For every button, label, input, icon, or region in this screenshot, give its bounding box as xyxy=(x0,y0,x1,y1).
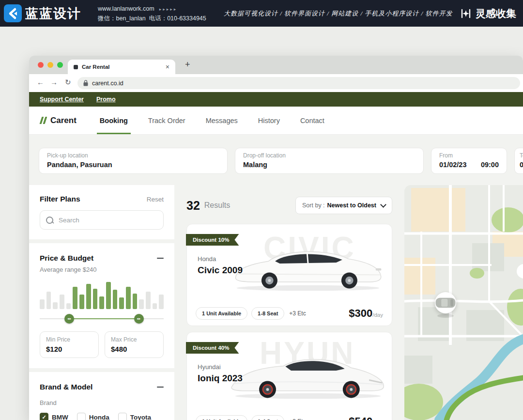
slider-handle-min[interactable]: ◂▸ xyxy=(64,314,74,324)
histogram-bar xyxy=(86,284,91,309)
banner-website: www.lanlanwork.com xyxy=(98,5,154,12)
new-tab-button[interactable]: + xyxy=(185,60,190,70)
minimize-window-button[interactable] xyxy=(47,62,53,68)
chevron-down-icon xyxy=(380,202,386,208)
tab-close-icon[interactable]: × xyxy=(166,63,169,70)
to-label: To xyxy=(520,152,523,159)
brand-option-honda[interactable]: Honda xyxy=(77,413,109,420)
sort-dropdown[interactable]: Sort by : Newest to Oldest xyxy=(295,197,392,214)
nav-item-booking[interactable]: Booking xyxy=(100,107,128,134)
brand-option-label: Toyota xyxy=(130,414,151,420)
results-header: 32 Results Sort by : Newest to Oldest xyxy=(186,197,392,214)
car-brand: Honda xyxy=(198,255,216,263)
inspiration-icon xyxy=(460,8,472,19)
nav-item-contact[interactable]: Contact xyxy=(300,107,324,134)
filter-search-input[interactable] xyxy=(58,216,157,224)
nav-item-history[interactable]: History xyxy=(258,107,280,134)
back-icon[interactable]: ← xyxy=(37,78,44,86)
forward-icon[interactable]: → xyxy=(50,78,58,86)
histogram-bar xyxy=(119,297,124,309)
lanlan-logo-icon xyxy=(4,4,22,22)
tab-title: Car Rental xyxy=(82,64,162,70)
promo-link[interactable]: Promo xyxy=(96,96,116,103)
dropoff-label: Drop-off location xyxy=(243,152,415,159)
main-content: Filter Plans Reset Price & Budget xyxy=(29,185,523,420)
discount-badge: Discount 40% xyxy=(186,342,239,354)
car-top-view-icon xyxy=(435,292,456,313)
car-card-civic[interactable]: CIVIC Dis xyxy=(186,224,392,326)
map-panel[interactable] xyxy=(404,185,523,420)
checkbox-checked-icon[interactable]: ✓ xyxy=(40,413,48,420)
car-price: $300/day xyxy=(349,307,383,320)
browser-tab[interactable]: Car Rental × xyxy=(68,60,175,74)
site-topbar: Support Center Promo xyxy=(29,92,523,107)
carent-brand-name: Carent xyxy=(50,116,77,125)
close-window-button[interactable] xyxy=(38,62,44,68)
search-icon xyxy=(46,217,53,224)
sort-value: Newest to Oldest xyxy=(327,202,376,209)
min-price-field[interactable]: Min Price $120 xyxy=(40,331,99,358)
histogram-bar xyxy=(146,292,151,309)
histogram-bar xyxy=(99,296,104,309)
collapse-icon[interactable] xyxy=(157,387,164,388)
slider-selected-range xyxy=(69,318,138,319)
reload-icon[interactable]: ↻ xyxy=(65,78,71,87)
availability-badge: 1 Unit Available xyxy=(196,307,247,320)
carent-logo[interactable]: Carent xyxy=(41,116,77,125)
pickup-location-field[interactable]: Pick-up location Pandaan, Pasuruan xyxy=(39,148,228,174)
brand-model-title: Brand & Model xyxy=(40,383,92,391)
results-column: 32 Results Sort by : Newest to Oldest CI… xyxy=(186,185,392,420)
histogram-bar xyxy=(60,295,64,309)
histogram-bar xyxy=(46,292,51,309)
brand-option-toyota[interactable]: Toyota xyxy=(118,413,151,420)
dropoff-value: Malang xyxy=(243,161,415,169)
map-car-marker[interactable] xyxy=(435,292,456,313)
checkbox-icon[interactable] xyxy=(118,413,127,420)
brand-option-bmw[interactable]: ✓BMW xyxy=(40,413,68,420)
site-nav: Carent Booking Track Order Messages Hist… xyxy=(29,107,523,135)
promo-banner: 蓝蓝设计 www.lanlanwork.com▸▸▸▸▸ 微信：ben_lanl… xyxy=(0,0,523,27)
car-price: $540/day xyxy=(349,415,383,420)
histogram-bar xyxy=(79,295,84,309)
window-controls[interactable] xyxy=(38,62,63,68)
search-row: Pick-up location Pandaan, Pasuruan Drop-… xyxy=(39,148,523,174)
results-count: 32 xyxy=(186,199,200,213)
dropoff-location-field[interactable]: Drop-off location Malang xyxy=(235,148,424,174)
nav-item-track-order[interactable]: Track Order xyxy=(148,107,185,134)
checkbox-icon[interactable] xyxy=(77,413,86,420)
from-datetime-field[interactable]: From 01/02/23 09:00 xyxy=(431,148,507,174)
slider-handle-max[interactable]: ◂▸ xyxy=(134,314,144,324)
filter-search-box[interactable] xyxy=(40,210,164,230)
pickup-label: Pick-up location xyxy=(47,152,219,159)
max-price-field[interactable]: Max Price $480 xyxy=(105,331,164,358)
banner-logo-text: 蓝蓝设计 xyxy=(25,5,81,22)
car-brand: Hyundai xyxy=(198,363,221,371)
sort-prefix: Sort by : xyxy=(302,202,325,209)
car-image-civic xyxy=(228,236,388,293)
car-card-footer: 1 Unit Available 1-4 Seat +3 Etc $540/da… xyxy=(196,415,383,420)
average-range-text: Average range $240 xyxy=(40,266,164,273)
nav-item-messages[interactable]: Messages xyxy=(206,107,238,134)
reset-button[interactable]: Reset xyxy=(147,196,164,203)
histogram-bar xyxy=(126,287,131,309)
collapse-icon[interactable] xyxy=(157,258,164,259)
histogram-bar xyxy=(139,299,144,309)
inspiration-collect: 灵感收集 xyxy=(460,7,516,20)
browser-tabbar: Car Rental × + xyxy=(29,56,523,74)
pickup-value: Pandaan, Pasuruan xyxy=(47,161,219,169)
histogram-bar xyxy=(159,295,164,309)
support-center-link[interactable]: Support Center xyxy=(40,96,84,103)
brand-group-label: Brand xyxy=(40,399,164,406)
car-card-ioniq[interactable]: HYUN Discount 40% xyxy=(186,332,392,420)
brand-option-label: BMW xyxy=(52,414,68,420)
url-field[interactable]: carent.co.id xyxy=(77,77,520,89)
maximize-window-button[interactable] xyxy=(57,62,63,68)
brand-options: ✓BMWHondaToyota xyxy=(40,413,164,420)
to-datetime-field[interactable]: To 01/02/23 xyxy=(514,148,523,174)
from-label: From xyxy=(439,152,499,159)
site-body: Pick-up location Pandaan, Pasuruan Drop-… xyxy=(29,135,523,420)
banner-contact-block: www.lanlanwork.com▸▸▸▸▸ 微信：ben_lanlan 电话… xyxy=(98,4,206,23)
seat-badge: 1-8 Seat xyxy=(251,307,284,320)
histogram-bar xyxy=(73,287,77,309)
availability-badge: 1 Unit Available xyxy=(196,415,247,420)
